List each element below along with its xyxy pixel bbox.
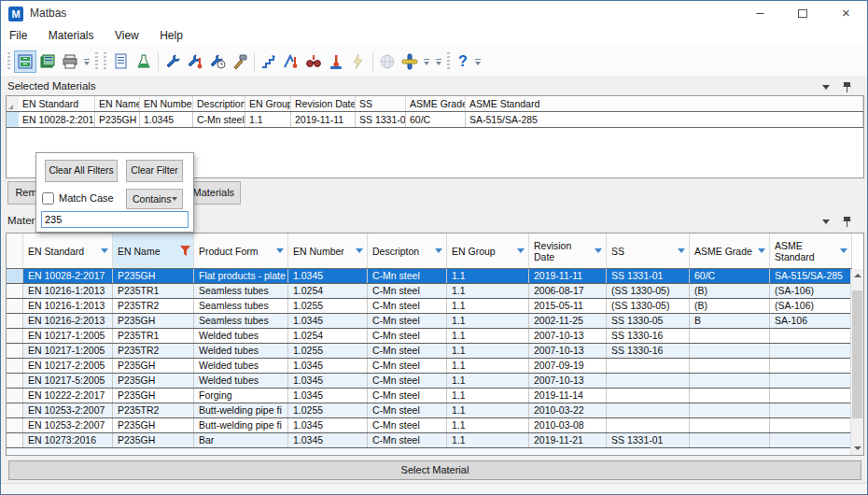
filter-dropdown-icon[interactable] <box>356 248 363 257</box>
table-cell[interactable]: 1.1 <box>447 344 529 358</box>
database-icon[interactable] <box>14 50 36 73</box>
column-header[interactable]: EN Name <box>95 96 140 111</box>
table-cell[interactable]: C-Mn steel <box>368 374 447 388</box>
table-row[interactable]: EN 10217-2:2005P235GHWelded tubes1.0345C… <box>7 359 852 374</box>
menu-help[interactable]: Help <box>151 26 191 42</box>
column-header[interactable]: ASME Grade <box>690 233 770 268</box>
column-header[interactable]: EN Name <box>113 233 194 268</box>
table-cell[interactable]: EN 10216-1:2013 <box>23 299 113 313</box>
table-cell[interactable]: C-Mn steel <box>368 403 447 417</box>
table-cell[interactable] <box>770 418 852 432</box>
table-cell[interactable]: P235TR2 <box>113 344 194 358</box>
panel-menu-caret-icon[interactable] <box>822 219 830 228</box>
filter-dropdown-icon[interactable] <box>517 248 525 257</box>
vertical-scrollbar[interactable] <box>850 269 863 455</box>
table-cell[interactable]: P235GH <box>113 389 194 403</box>
table-cell[interactable]: 1.0255 <box>288 344 368 358</box>
table-cell[interactable]: Welded tubes <box>194 359 288 373</box>
table-cell[interactable]: SS 1331-01 <box>356 112 406 127</box>
table-cell[interactable]: SA-515/SA-285 <box>466 112 863 127</box>
active-filter-funnel-icon[interactable] <box>180 246 190 256</box>
print-icon[interactable] <box>59 50 81 73</box>
menu-materials[interactable]: Materials <box>40 26 103 42</box>
table-cell[interactable]: Seamless tubes <box>194 314 288 328</box>
table-cell[interactable]: EN 10217-1:2005 <box>23 344 113 358</box>
table-row[interactable]: EN 10217-1:2005P235TR1Welded tubes1.0254… <box>7 329 852 344</box>
table-cell[interactable]: SS 1330-05 <box>607 314 690 328</box>
table-cell[interactable]: Seamless tubes <box>194 299 288 313</box>
table-cell[interactable]: C-Mn steel <box>193 112 245 127</box>
column-header[interactable]: EN Group <box>447 233 529 268</box>
clear-filter-button[interactable]: Clear Filter <box>126 160 183 182</box>
report-book-icon[interactable] <box>36 50 59 73</box>
filter-dropdown-icon[interactable] <box>595 248 602 257</box>
table-cell[interactable]: Welded tubes <box>194 374 288 388</box>
table-cell[interactable] <box>770 374 852 388</box>
table-cell[interactable]: C-Mn steel <box>368 329 447 343</box>
table-cell[interactable]: 1.0254 <box>288 284 368 298</box>
scroll-down-icon[interactable] <box>851 442 863 455</box>
panel-menu-caret-icon[interactable] <box>822 85 830 93</box>
table-cell[interactable]: P235TR1 <box>113 329 194 343</box>
table-cell[interactable]: 1.0345 <box>288 418 368 432</box>
table-cell[interactable]: SS 1331-01 <box>607 433 690 447</box>
table-cell[interactable]: (B) <box>690 284 770 298</box>
table-cell[interactable]: 2002-11-25 <box>529 314 607 328</box>
table-row[interactable]: EN 10217-1:2005P235TR2Welded tubes1.0255… <box>7 344 852 359</box>
clear-all-filters-button[interactable]: Clear All Filters <box>45 160 118 182</box>
table-cell[interactable]: EN 10216-1:2013 <box>23 284 113 298</box>
table-cell[interactable]: 2007-10-13 <box>529 344 607 358</box>
filter-dropdown-icon[interactable] <box>435 248 442 257</box>
column-header[interactable]: EN Standard <box>19 96 95 111</box>
table-cell[interactable]: 1.1 <box>447 374 529 388</box>
table-row[interactable]: EN 10216-1:2013P235TR1Seamless tubes1.02… <box>7 284 852 299</box>
wrench-icon[interactable] <box>161 50 184 73</box>
minimize-button[interactable]: – <box>739 1 781 26</box>
menu-file[interactable]: File <box>1 26 35 42</box>
wrench-clock-icon[interactable] <box>206 50 229 73</box>
column-header[interactable]: Descripton <box>368 233 447 268</box>
table-cell[interactable]: C-Mn steel <box>368 433 447 447</box>
table-cell[interactable] <box>690 329 770 343</box>
table-cell[interactable]: 1.1 <box>447 433 529 447</box>
table-cell[interactable]: (SS 1330-05) <box>607 284 690 298</box>
table-cell[interactable]: P235GH <box>113 374 194 388</box>
table-cell[interactable]: 2010-03-22 <box>529 403 607 417</box>
toolbar-grip[interactable] <box>104 52 106 71</box>
toolbar-overflow-chevron-icon[interactable] <box>474 56 483 73</box>
table-cell[interactable]: SS 1330-16 <box>607 344 690 358</box>
table-cell[interactable]: Bar <box>194 433 288 447</box>
table-cell[interactable]: C-Mn steel <box>368 269 447 283</box>
table-cell[interactable]: 2007-10-13 <box>529 329 607 343</box>
toolbar-overflow-chevron-icon[interactable] <box>423 56 431 73</box>
table-cell[interactable] <box>690 389 770 403</box>
table-row[interactable]: EN 10253-2:2007P235TR2Butt-welding pipe … <box>7 403 852 418</box>
table-cell[interactable] <box>690 418 770 432</box>
table-row[interactable]: EN 10273:2016P235GHBar1.0345C-Mn steel1.… <box>7 433 852 448</box>
table-cell[interactable]: P235GH <box>113 359 194 373</box>
table-cell[interactable] <box>690 359 770 373</box>
stress-temperature-icon[interactable] <box>280 50 302 73</box>
table-row[interactable]: EN 10216-2:2013P235GHSeamless tubes1.034… <box>7 314 852 329</box>
table-cell[interactable]: C-Mn steel <box>368 314 447 328</box>
hammer-icon[interactable] <box>229 50 251 73</box>
table-cell[interactable]: SS 1330-16 <box>607 329 690 343</box>
table-cell[interactable]: 1.0345 <box>288 269 368 283</box>
toolbar-overflow-chevron-icon[interactable] <box>435 56 443 73</box>
match-case-checkbox[interactable] <box>42 192 54 205</box>
table-cell[interactable]: EN 10253-2:2007 <box>23 418 113 432</box>
table-cell[interactable]: (SS 1330-05) <box>607 299 690 313</box>
filter-value-input[interactable] <box>41 211 189 228</box>
table-cell[interactable] <box>770 359 852 373</box>
table-cell[interactable]: Forging <box>194 389 288 403</box>
filter-dropdown-icon[interactable] <box>276 248 284 257</box>
scrollbar-thumb[interactable] <box>852 290 862 418</box>
table-cell[interactable]: 1.0345 <box>288 314 368 328</box>
table-cell[interactable]: P235TR1 <box>113 284 194 298</box>
toolbar-grip[interactable] <box>95 52 98 71</box>
column-header[interactable]: SS <box>356 96 406 111</box>
table-cell[interactable]: Seamless tubes <box>194 284 288 298</box>
table-cell[interactable]: 1.1 <box>447 403 529 417</box>
table-cell[interactable]: EN 10028-2:2017 <box>23 269 113 283</box>
table-cell[interactable]: (SA-106) <box>770 284 852 298</box>
